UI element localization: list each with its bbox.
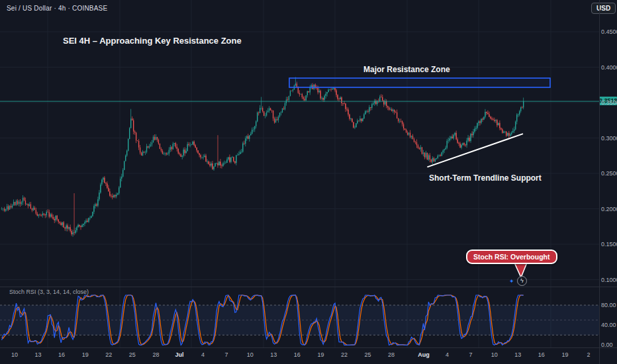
plus-marker-icon: ✦ xyxy=(509,278,514,285)
indicator-legend[interactable]: Stoch RSI (3, 3, 14, 14, close) xyxy=(9,289,89,295)
chart-title-annotation[interactable]: SEI 4H – Approaching Key Resistance Zone xyxy=(63,36,242,46)
symbol-legend[interactable]: Sei / US Dollar · 4h · COINBASE xyxy=(7,5,107,12)
time-axis-label: 7 xyxy=(218,351,235,358)
price-axis-separator xyxy=(599,0,600,364)
lightning-icon[interactable]: ϟ xyxy=(517,276,527,286)
price-axis-label: 0.1000 xyxy=(601,277,617,283)
time-axis-label: 13 xyxy=(30,351,47,358)
time-axis-label: 4 xyxy=(439,351,456,358)
time-axis-label: 28 xyxy=(147,351,164,358)
indicator-axis-label: 40.00 xyxy=(601,322,616,328)
stoch-rsi-callout[interactable]: Stoch RSI: Overbought xyxy=(466,250,557,264)
time-axis-label: 10 xyxy=(486,351,503,358)
time-axis-label: 16 xyxy=(53,351,70,358)
time-axis-label: 28 xyxy=(383,351,400,358)
resistance-zone-label[interactable]: Major Resistance Zone xyxy=(363,65,446,74)
price-axis-label: 0.4500 xyxy=(601,28,617,35)
price-axis-label: 0.1500 xyxy=(601,241,617,248)
pane-separator[interactable] xyxy=(0,287,617,287)
time-axis-month-label: Jul xyxy=(171,351,188,358)
chart-window: Sei / US Dollar · 4h · COINBASE USD SEI … xyxy=(0,0,617,364)
time-axis-label: 19 xyxy=(312,351,329,358)
time-axis-label: 16 xyxy=(289,351,306,358)
price-axis-label: 0.2000 xyxy=(601,206,617,212)
time-axis-label: 10 xyxy=(6,351,23,358)
time-axis-label: 19 xyxy=(77,351,94,358)
indicator-axis-label: 80.00 xyxy=(601,302,616,308)
callout-text: Stoch RSI: Overbought xyxy=(473,253,550,261)
time-axis-label: 19 xyxy=(556,351,573,358)
callout-tail xyxy=(514,263,527,277)
resistance-zone-box xyxy=(289,78,550,87)
time-axis-label: 22 xyxy=(100,351,117,358)
time-axis-label: 22 xyxy=(336,351,353,358)
price-axis-label: 0.3500 xyxy=(601,99,617,106)
time-axis-separator xyxy=(0,347,617,348)
time-axis-label: 16 xyxy=(533,351,550,358)
time-axis-label: 2 xyxy=(580,351,597,358)
price-axis-label: 0.3000 xyxy=(601,135,617,142)
trendline xyxy=(427,134,523,167)
trendline-support-label[interactable]: Short-Term Trendline Support xyxy=(429,173,540,183)
time-axis-label: 25 xyxy=(359,351,377,358)
time-axis-label: 13 xyxy=(509,351,526,358)
time-axis-label: 7 xyxy=(462,351,479,358)
time-axis-month-label: Aug xyxy=(415,351,432,358)
currency-button[interactable]: USD xyxy=(591,3,616,14)
price-axis-label: 0.4000 xyxy=(601,64,617,71)
price-axis-label: 0.2500 xyxy=(601,170,617,177)
time-axis-label: 25 xyxy=(124,351,141,358)
time-axis-label: 4 xyxy=(195,351,212,358)
time-axis-label: 10 xyxy=(242,351,259,358)
time-axis-label: 13 xyxy=(265,351,282,358)
